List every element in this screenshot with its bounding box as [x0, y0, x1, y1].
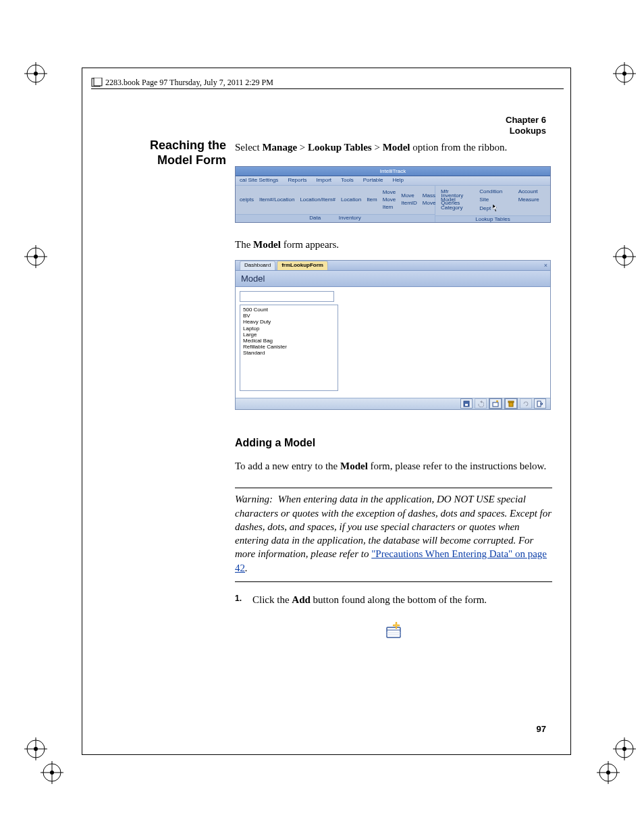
list-item[interactable]: 500 Count [243, 307, 335, 313]
book-header-text: 2283.book Page 97 Thursday, July 7, 2011… [105, 78, 273, 87]
svg-rect-36 [493, 402, 498, 407]
delete-icon[interactable] [504, 398, 518, 409]
add-icon[interactable] [489, 398, 502, 409]
crop-mark [24, 245, 47, 268]
ribbon-tab[interactable]: cal Site Settings [240, 177, 278, 184]
svg-point-11 [34, 255, 38, 259]
list-item[interactable]: Standard [243, 350, 335, 356]
crop-mark [613, 737, 636, 760]
ribbon-tab[interactable]: Portable [363, 177, 383, 184]
chapter-header: Chapter 6 Lookups [506, 115, 546, 136]
page-number: 97 [537, 724, 546, 734]
refresh-icon[interactable] [520, 398, 532, 409]
crop-mark [41, 761, 63, 784]
lookup-site[interactable]: Site [479, 197, 506, 205]
tab-lookup-form[interactable]: frmLookupForm [277, 261, 328, 270]
crop-mark [613, 245, 636, 268]
ribbon-group-label: Data [309, 215, 321, 221]
ribbon-button[interactable]: Move Move Item [383, 189, 396, 211]
model-listbox[interactable]: 500 Count BV Heavy Duty Laptop Large Med… [240, 305, 338, 391]
section-heading: Adding a Model [235, 436, 552, 450]
crop-mark [24, 62, 47, 85]
step-number: 1. [235, 593, 246, 606]
svg-rect-38 [508, 401, 514, 402]
exit-icon[interactable] [534, 398, 546, 409]
step-1: 1. Click the Add button found along the … [235, 593, 552, 606]
lookup-account[interactable]: Account [518, 188, 545, 197]
ribbon-button[interactable]: Location/Item# [300, 197, 335, 204]
svg-point-3 [34, 72, 38, 76]
section-sidebar-title: Reaching the Model Form [132, 138, 226, 167]
intro-paragraph: Select Manage > Lookup Tables > Model op… [235, 140, 552, 154]
crop-mark [24, 737, 47, 760]
book-running-header: 2283.book Page 97 Thursday, July 7, 2011… [91, 78, 273, 88]
ribbon-tab[interactable]: Help [393, 177, 404, 184]
add-button-illustration [384, 621, 403, 640]
ribbon-tab[interactable]: Reports [288, 177, 306, 184]
tab-dashboard[interactable]: Dashboard [240, 261, 275, 270]
svg-point-27 [622, 747, 626, 751]
ribbon-screenshot: IntelliTrack cal Site Settings Reports I… [235, 166, 551, 223]
model-name-input[interactable] [240, 291, 334, 302]
form-toolbar [236, 398, 550, 409]
lookup-model[interactable]: Model [441, 197, 467, 205]
svg-point-7 [622, 72, 626, 76]
ribbon-button[interactable]: Item [367, 197, 377, 204]
list-item[interactable]: Medical Bag [243, 338, 335, 344]
ribbon-button[interactable]: ceipts [240, 197, 254, 204]
chapter-title: Lookups [506, 126, 546, 136]
lookup-condition[interactable]: Condition [479, 188, 506, 197]
chapter-number: Chapter 6 [506, 115, 546, 126]
lookup-dept[interactable]: Dept [479, 205, 506, 213]
svg-point-15 [622, 255, 626, 259]
list-item[interactable]: Large [243, 332, 335, 338]
list-item[interactable]: Heavy Duty [243, 319, 335, 325]
ribbon-button[interactable]: Mass Move [423, 192, 436, 207]
model-form-screenshot: Dashboard frmLookupForm × Model 500 Coun… [235, 260, 551, 410]
ribbon-tab[interactable]: Tools [341, 177, 354, 184]
ribbon-button[interactable]: Move ItemID [401, 192, 417, 207]
add-intro-paragraph: To add a new entry to the Model form, pl… [235, 459, 552, 473]
app-title: IntelliTrack [236, 167, 550, 176]
svg-rect-35 [465, 404, 468, 406]
undo-icon[interactable] [475, 398, 487, 409]
svg-point-19 [34, 747, 38, 751]
lookup-measure[interactable]: Measure [518, 197, 545, 205]
save-icon[interactable] [460, 398, 473, 409]
appears-paragraph: The Model form appears. [235, 238, 552, 251]
ribbon-group-label: Lookup Tables [435, 215, 550, 224]
svg-rect-33 [94, 78, 102, 86]
svg-point-31 [606, 771, 610, 775]
ribbon-tab[interactable]: Import [316, 177, 331, 184]
warning-box: Warning: When entering data in the appli… [235, 488, 552, 582]
ribbon-button[interactable]: Location [341, 197, 361, 204]
lookup-category[interactable]: Category [441, 205, 467, 213]
crop-mark [613, 62, 636, 85]
crop-mark [597, 761, 620, 784]
ribbon-tab-row: cal Site Settings Reports Import Tools P… [236, 176, 550, 186]
ribbon-group-label: Inventory [339, 215, 361, 221]
svg-point-23 [50, 771, 54, 775]
list-item[interactable]: Laptop [243, 325, 335, 332]
warning-label: Warning: [235, 494, 273, 504]
list-item[interactable]: Refillable Canister [243, 344, 335, 350]
lookup-mfr[interactable]: Mfr [441, 188, 467, 197]
close-icon[interactable]: × [544, 261, 547, 269]
form-title: Model [236, 271, 550, 288]
list-item[interactable]: BV [243, 313, 335, 319]
ribbon-button[interactable]: Item#/Location [259, 197, 294, 204]
